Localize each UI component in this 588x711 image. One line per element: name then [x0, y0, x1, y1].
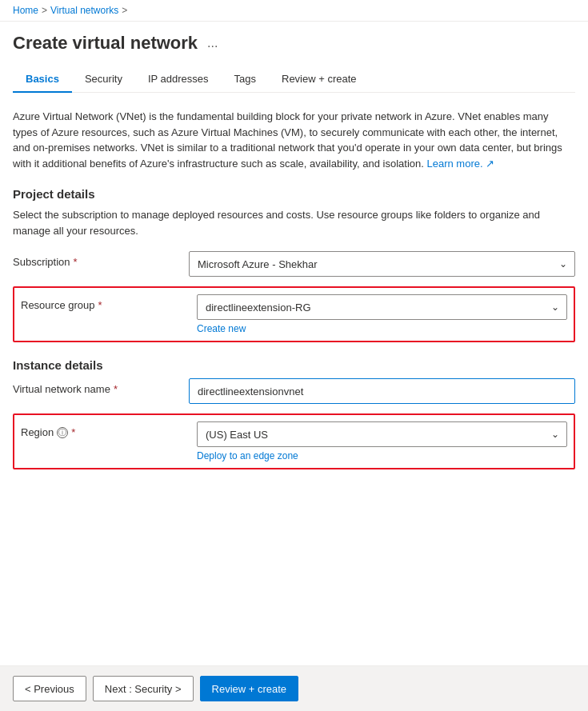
- tab-basics[interactable]: Basics: [13, 66, 72, 93]
- description: Azure Virtual Network (VNet) is the fund…: [13, 109, 575, 171]
- vnet-name-input[interactable]: [189, 378, 575, 404]
- subscription-select[interactable]: Microsoft Azure - Shekhar: [189, 251, 575, 277]
- resource-group-select[interactable]: directlineextension-RG: [197, 294, 567, 320]
- breadcrumb: Home > Virtual networks >: [0, 0, 588, 22]
- subscription-required: *: [74, 256, 78, 268]
- subscription-label: Subscription: [13, 256, 70, 268]
- project-details-desc: Select the subscription to manage deploy…: [13, 207, 575, 238]
- tab-security[interactable]: Security: [72, 66, 135, 93]
- review-create-button[interactable]: Review + create: [200, 676, 299, 701]
- deploy-edge-zone-link[interactable]: Deploy to an edge zone: [197, 450, 298, 461]
- ellipsis-button[interactable]: ...: [204, 34, 221, 52]
- resource-group-label: Resource group: [21, 299, 95, 311]
- breadcrumb-virtual-networks[interactable]: Virtual networks: [50, 5, 118, 16]
- breadcrumb-sep2: >: [122, 5, 127, 16]
- breadcrumb-sep1: >: [42, 5, 47, 16]
- create-new-link[interactable]: Create new: [197, 323, 246, 334]
- tab-ip-addresses[interactable]: IP addresses: [135, 66, 222, 93]
- region-info-icon[interactable]: ⓘ: [57, 427, 68, 438]
- previous-button[interactable]: < Previous: [13, 676, 86, 701]
- footer: < Previous Next : Security > Review + cr…: [0, 665, 588, 711]
- learn-more-link[interactable]: Learn more. ↗: [426, 158, 494, 170]
- next-security-button[interactable]: Next : Security >: [93, 676, 194, 701]
- region-label: Region: [21, 426, 54, 438]
- region-select[interactable]: (US) East US: [197, 421, 567, 447]
- region-required: *: [71, 426, 75, 438]
- tab-review-create[interactable]: Review + create: [269, 66, 370, 93]
- tab-tags[interactable]: Tags: [222, 66, 269, 93]
- vnet-name-label: Virtual network name: [13, 383, 110, 395]
- vnet-name-required: *: [114, 383, 118, 395]
- project-details-title: Project details: [13, 187, 575, 201]
- page-title: Create virtual network: [13, 33, 198, 54]
- breadcrumb-home[interactable]: Home: [13, 5, 38, 16]
- resource-group-required: *: [98, 299, 102, 311]
- instance-details-title: Instance details: [13, 358, 575, 372]
